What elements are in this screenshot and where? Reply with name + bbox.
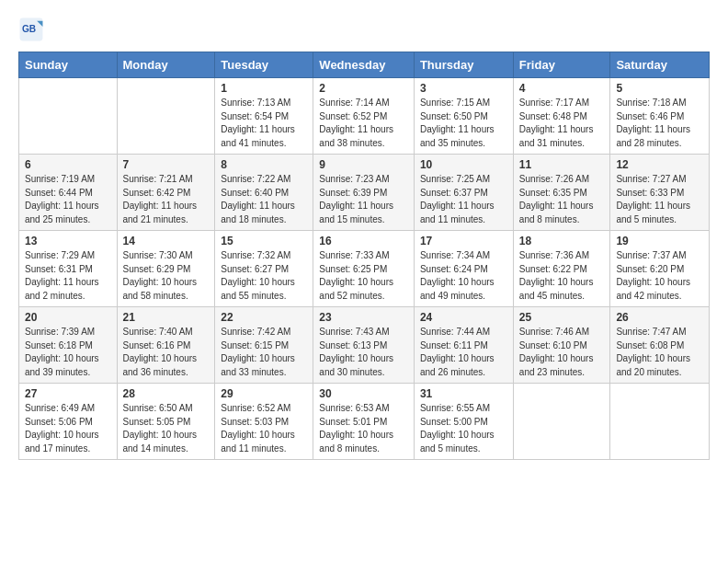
- calendar-cell: 23Sunrise: 7:43 AMSunset: 6:13 PMDayligh…: [313, 307, 415, 384]
- day-number: 25: [519, 311, 605, 324]
- day-info: Sunrise: 7:36 AMSunset: 6:22 PMDaylight:…: [519, 249, 605, 303]
- day-info: Sunrise: 7:47 AMSunset: 6:08 PMDaylight:…: [616, 326, 703, 379]
- calendar-header-wednesday: Wednesday: [313, 52, 415, 78]
- calendar-cell: 9Sunrise: 7:23 AMSunset: 6:39 PMDaylight…: [313, 155, 415, 231]
- calendar-header-row: SundayMondayTuesdayWednesdayThursdayFrid…: [19, 52, 710, 78]
- calendar-header-thursday: Thursday: [414, 52, 513, 78]
- calendar-cell: 8Sunrise: 7:22 AMSunset: 6:40 PMDaylight…: [215, 155, 313, 231]
- calendar-table: SundayMondayTuesdayWednesdayThursdayFrid…: [18, 52, 710, 460]
- day-info: Sunrise: 7:40 AMSunset: 6:16 PMDaylight:…: [123, 326, 210, 379]
- calendar-week-3: 13Sunrise: 7:29 AMSunset: 6:31 PMDayligh…: [19, 231, 710, 307]
- day-number: 30: [319, 387, 408, 400]
- day-number: 7: [123, 158, 210, 171]
- day-number: 16: [319, 235, 408, 247]
- day-info: Sunrise: 7:46 AMSunset: 6:10 PMDaylight:…: [519, 326, 605, 379]
- day-info: Sunrise: 7:34 AMSunset: 6:24 PMDaylight:…: [420, 249, 507, 303]
- day-number: 12: [616, 158, 703, 171]
- day-number: 3: [420, 82, 507, 95]
- day-info: Sunrise: 7:44 AMSunset: 6:11 PMDaylight:…: [420, 326, 507, 379]
- day-info: Sunrise: 6:50 AMSunset: 5:05 PMDaylight:…: [123, 402, 210, 455]
- calendar-cell: [610, 384, 710, 460]
- calendar-cell: 20Sunrise: 7:39 AMSunset: 6:18 PMDayligh…: [19, 307, 118, 384]
- calendar-cell: 12Sunrise: 7:27 AMSunset: 6:33 PMDayligh…: [610, 155, 710, 231]
- calendar-cell: 15Sunrise: 7:32 AMSunset: 6:27 PMDayligh…: [215, 231, 313, 307]
- day-number: 9: [319, 158, 408, 171]
- day-info: Sunrise: 7:33 AMSunset: 6:25 PMDaylight:…: [319, 249, 408, 303]
- day-info: Sunrise: 7:18 AMSunset: 6:46 PMDaylight:…: [616, 97, 703, 150]
- day-info: Sunrise: 7:42 AMSunset: 6:15 PMDaylight:…: [221, 326, 307, 379]
- calendar-cell: 7Sunrise: 7:21 AMSunset: 6:42 PMDaylight…: [117, 155, 215, 231]
- day-number: 21: [123, 311, 210, 324]
- day-number: 13: [25, 235, 111, 247]
- calendar-cell: 6Sunrise: 7:19 AMSunset: 6:44 PMDaylight…: [19, 155, 118, 231]
- day-number: 28: [123, 387, 210, 400]
- calendar-cell: 31Sunrise: 6:55 AMSunset: 5:00 PMDayligh…: [414, 384, 513, 460]
- calendar-cell: 18Sunrise: 7:36 AMSunset: 6:22 PMDayligh…: [513, 231, 610, 307]
- day-number: 23: [319, 311, 408, 324]
- calendar-header-saturday: Saturday: [610, 52, 710, 78]
- calendar-header-monday: Monday: [117, 52, 215, 78]
- day-number: 1: [221, 82, 307, 95]
- calendar-cell: 5Sunrise: 7:18 AMSunset: 6:46 PMDaylight…: [610, 78, 710, 155]
- calendar-header-friday: Friday: [513, 52, 610, 78]
- calendar-cell: 2Sunrise: 7:14 AMSunset: 6:52 PMDaylight…: [313, 78, 415, 155]
- day-info: Sunrise: 7:43 AMSunset: 6:13 PMDaylight:…: [319, 326, 408, 379]
- day-number: 22: [221, 311, 307, 324]
- day-number: 17: [420, 235, 507, 247]
- day-info: Sunrise: 7:15 AMSunset: 6:50 PMDaylight:…: [420, 97, 507, 150]
- day-info: Sunrise: 7:22 AMSunset: 6:40 PMDaylight:…: [221, 173, 307, 226]
- day-info: Sunrise: 7:37 AMSunset: 6:20 PMDaylight:…: [616, 249, 703, 303]
- day-number: 4: [519, 82, 605, 95]
- day-info: Sunrise: 6:52 AMSunset: 5:03 PMDaylight:…: [221, 402, 307, 455]
- calendar-cell: 4Sunrise: 7:17 AMSunset: 6:48 PMDaylight…: [513, 78, 610, 155]
- calendar-header-sunday: Sunday: [19, 52, 118, 78]
- calendar-cell: 21Sunrise: 7:40 AMSunset: 6:16 PMDayligh…: [117, 307, 215, 384]
- calendar-cell: 17Sunrise: 7:34 AMSunset: 6:24 PMDayligh…: [414, 231, 513, 307]
- day-number: 10: [420, 158, 507, 171]
- day-info: Sunrise: 7:21 AMSunset: 6:42 PMDaylight:…: [123, 173, 210, 226]
- logo-icon: GB: [18, 17, 44, 42]
- page: GB SundayMondayTuesdayWednesdayThursdayF…: [0, 0, 728, 477]
- calendar-week-5: 27Sunrise: 6:49 AMSunset: 5:06 PMDayligh…: [19, 384, 710, 460]
- day-number: 29: [221, 387, 307, 400]
- calendar-week-4: 20Sunrise: 7:39 AMSunset: 6:18 PMDayligh…: [19, 307, 710, 384]
- day-info: Sunrise: 7:26 AMSunset: 6:35 PMDaylight:…: [519, 173, 605, 226]
- day-number: 31: [420, 387, 507, 400]
- day-number: 15: [221, 235, 307, 247]
- day-info: Sunrise: 7:25 AMSunset: 6:37 PMDaylight:…: [420, 173, 507, 226]
- day-number: 18: [519, 235, 605, 247]
- day-info: Sunrise: 7:13 AMSunset: 6:54 PMDaylight:…: [221, 97, 307, 150]
- day-info: Sunrise: 7:23 AMSunset: 6:39 PMDaylight:…: [319, 173, 408, 226]
- calendar-cell: 10Sunrise: 7:25 AMSunset: 6:37 PMDayligh…: [414, 155, 513, 231]
- day-number: 26: [616, 311, 703, 324]
- calendar-header-tuesday: Tuesday: [215, 52, 313, 78]
- day-number: 5: [616, 82, 703, 95]
- calendar-cell: 22Sunrise: 7:42 AMSunset: 6:15 PMDayligh…: [215, 307, 313, 384]
- day-number: 14: [123, 235, 210, 247]
- day-number: 24: [420, 311, 507, 324]
- calendar-cell: 26Sunrise: 7:47 AMSunset: 6:08 PMDayligh…: [610, 307, 710, 384]
- calendar-cell: 28Sunrise: 6:50 AMSunset: 5:05 PMDayligh…: [117, 384, 215, 460]
- day-info: Sunrise: 7:27 AMSunset: 6:33 PMDaylight:…: [616, 173, 703, 226]
- day-info: Sunrise: 7:19 AMSunset: 6:44 PMDaylight:…: [25, 173, 111, 226]
- day-info: Sunrise: 6:55 AMSunset: 5:00 PMDaylight:…: [420, 402, 507, 455]
- day-number: 8: [221, 158, 307, 171]
- day-info: Sunrise: 6:53 AMSunset: 5:01 PMDaylight:…: [319, 402, 408, 455]
- calendar-cell: 27Sunrise: 6:49 AMSunset: 5:06 PMDayligh…: [19, 384, 118, 460]
- calendar-cell: 24Sunrise: 7:44 AMSunset: 6:11 PMDayligh…: [414, 307, 513, 384]
- day-info: Sunrise: 7:17 AMSunset: 6:48 PMDaylight:…: [519, 97, 605, 150]
- header: GB: [18, 17, 710, 42]
- day-number: 20: [25, 311, 111, 324]
- calendar-cell: 19Sunrise: 7:37 AMSunset: 6:20 PMDayligh…: [610, 231, 710, 307]
- calendar-cell: 16Sunrise: 7:33 AMSunset: 6:25 PMDayligh…: [313, 231, 415, 307]
- calendar-cell: 3Sunrise: 7:15 AMSunset: 6:50 PMDaylight…: [414, 78, 513, 155]
- day-number: 11: [519, 158, 605, 171]
- calendar-cell: 30Sunrise: 6:53 AMSunset: 5:01 PMDayligh…: [313, 384, 415, 460]
- day-number: 19: [616, 235, 703, 247]
- calendar-cell: 13Sunrise: 7:29 AMSunset: 6:31 PMDayligh…: [19, 231, 118, 307]
- day-info: Sunrise: 7:14 AMSunset: 6:52 PMDaylight:…: [319, 97, 408, 150]
- day-info: Sunrise: 7:32 AMSunset: 6:27 PMDaylight:…: [221, 249, 307, 303]
- calendar-cell: 25Sunrise: 7:46 AMSunset: 6:10 PMDayligh…: [513, 307, 610, 384]
- calendar-cell: [513, 384, 610, 460]
- calendar-cell: 29Sunrise: 6:52 AMSunset: 5:03 PMDayligh…: [215, 384, 313, 460]
